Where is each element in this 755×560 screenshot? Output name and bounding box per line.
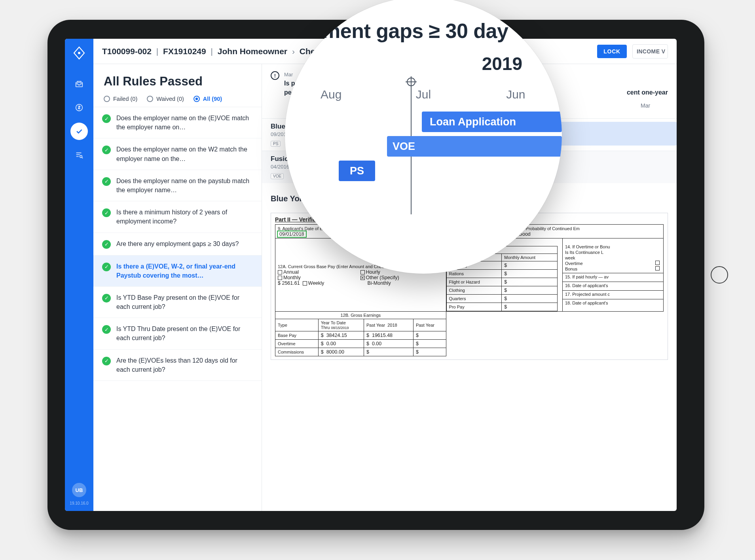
app-version: 19.10.16.0 bbox=[70, 501, 88, 505]
doc-base-py: 19615.48 bbox=[372, 333, 393, 338]
rules-filters: Failed (0) Waived (0) All (90) bbox=[93, 96, 262, 107]
rule-text: Are there any employment gaps ≥ 30 days? bbox=[116, 239, 239, 249]
svg-point-0 bbox=[78, 52, 80, 54]
breadcrumb-file: FX1910249 bbox=[163, 47, 206, 56]
check-icon: ✓ bbox=[102, 177, 111, 186]
rule-text: Does the employer name on the paystub ma… bbox=[116, 176, 251, 195]
doc-date-of-employment: 09/01/2018 bbox=[278, 231, 306, 237]
rule-text: Is there a (E)VOE, W-2, or final year-en… bbox=[116, 262, 251, 280]
filter-waived[interactable]: Waived (0) bbox=[147, 96, 184, 102]
doc-tag: PS bbox=[271, 141, 281, 147]
rule-text: Is there a minimum history of 2 years of… bbox=[116, 208, 251, 226]
filter-failed[interactable]: Failed (0) bbox=[104, 96, 137, 102]
rule-item[interactable]: ✓Are there any employment gaps ≥ 30 days… bbox=[93, 233, 262, 255]
alert-month: Mar bbox=[284, 71, 295, 78]
sidebar: UB 19.10.16.0 bbox=[65, 39, 93, 511]
doc-tag: VOE bbox=[271, 173, 284, 179]
filter-all[interactable]: All (90) bbox=[193, 96, 222, 102]
magnifier-month: Aug bbox=[285, 88, 377, 101]
rule-item[interactable]: ✓Are the (E)VOEs less than 120 days old … bbox=[93, 350, 262, 381]
sidebar-item-search-list[interactable] bbox=[70, 146, 88, 164]
app-logo-icon[interactable] bbox=[71, 45, 87, 61]
sidebar-item-money[interactable] bbox=[70, 99, 88, 116]
user-avatar[interactable]: UB bbox=[72, 483, 86, 497]
svg-rect-1 bbox=[76, 82, 83, 87]
breadcrumb-name: John Homeowner bbox=[218, 47, 287, 56]
rules-panel-title: All Rules Passed bbox=[93, 74, 262, 96]
check-icon: ✓ bbox=[102, 114, 111, 123]
check-icon: ✓ bbox=[102, 146, 111, 154]
check-icon: ✓ bbox=[102, 294, 111, 303]
income-button[interactable]: INCOME V bbox=[632, 44, 668, 59]
svg-point-3 bbox=[80, 155, 82, 158]
magnifier-bar-ps: PS bbox=[339, 161, 375, 181]
check-icon: ✓ bbox=[102, 325, 111, 334]
lock-button[interactable]: LOCK bbox=[597, 45, 627, 58]
rule-text: Is YTD Base Pay present on the (E)VOE fo… bbox=[116, 293, 251, 311]
check-icon: ✓ bbox=[102, 208, 111, 217]
alert-title-line2: pe bbox=[284, 89, 292, 96]
alert-title-tail: cent one-year bbox=[627, 89, 668, 96]
rule-item[interactable]: ✓Is there a minimum history of 2 years o… bbox=[93, 201, 262, 233]
rule-text: Are the (E)VOEs less than 120 days old f… bbox=[116, 356, 251, 374]
check-icon: ✓ bbox=[102, 357, 111, 365]
radio-icon bbox=[193, 96, 200, 102]
sidebar-item-inbox[interactable] bbox=[70, 75, 88, 93]
rules-list[interactable]: ✓Does the employer name on the (E)VOE ma… bbox=[93, 107, 262, 511]
breadcrumb[interactable]: T100099-002 | FX1910249 | John Homeowner… bbox=[102, 47, 336, 56]
magnifier-bar-loan-application: Loan Application bbox=[422, 112, 562, 132]
doc-base-ytd: 38424.15 bbox=[326, 333, 347, 338]
breadcrumb-loan: T100099-002 bbox=[102, 47, 152, 56]
doc-base-pay-amount: 2561.61 bbox=[282, 280, 300, 286]
alert-icon: ! bbox=[271, 71, 279, 80]
magnifier-month: Jun bbox=[470, 88, 562, 101]
rule-text: Is YTD Thru Date present on the (E)VOE f… bbox=[116, 324, 251, 342]
magnifier-overlay: yment gaps ≥ 30 day 2019 Aug Jul Jun Loa… bbox=[285, 0, 562, 274]
sidebar-item-checklist[interactable] bbox=[70, 123, 88, 140]
rule-item[interactable]: ✓Is YTD Base Pay present on the (E)VOE f… bbox=[93, 287, 262, 318]
rule-item[interactable]: ✓Does the employer name on the paystub m… bbox=[93, 170, 262, 201]
radio-icon bbox=[147, 96, 153, 102]
magnifier-month: Jul bbox=[377, 88, 469, 101]
alert-title-start: Is p bbox=[284, 80, 295, 87]
timeline-month: Mar bbox=[626, 102, 665, 109]
check-icon: ✓ bbox=[102, 240, 111, 249]
rule-item[interactable]: ✓Does the employer name on the (E)VOE ma… bbox=[93, 107, 262, 138]
rule-text: Does the employer name on the W2 match t… bbox=[116, 145, 251, 163]
radio-icon bbox=[104, 96, 110, 102]
rules-panel: All Rules Passed Failed (0) Waived (0) A… bbox=[93, 64, 262, 511]
rule-item[interactable]: ✓Is there a (E)VOE, W-2, or final year-e… bbox=[93, 255, 262, 287]
magnifier-bar-voe: VOE bbox=[387, 136, 562, 157]
tablet-home-button[interactable] bbox=[711, 266, 728, 284]
rule-item[interactable]: ✓Does the employer name on the W2 match … bbox=[93, 138, 262, 170]
rule-item[interactable]: ✓Is YTD Thru Date present on the (E)VOE … bbox=[93, 318, 262, 349]
magnifier-year: 2019 bbox=[285, 53, 562, 74]
check-icon: ✓ bbox=[102, 263, 111, 271]
rule-text: Does the employer name on the (E)VOE mat… bbox=[116, 114, 251, 132]
